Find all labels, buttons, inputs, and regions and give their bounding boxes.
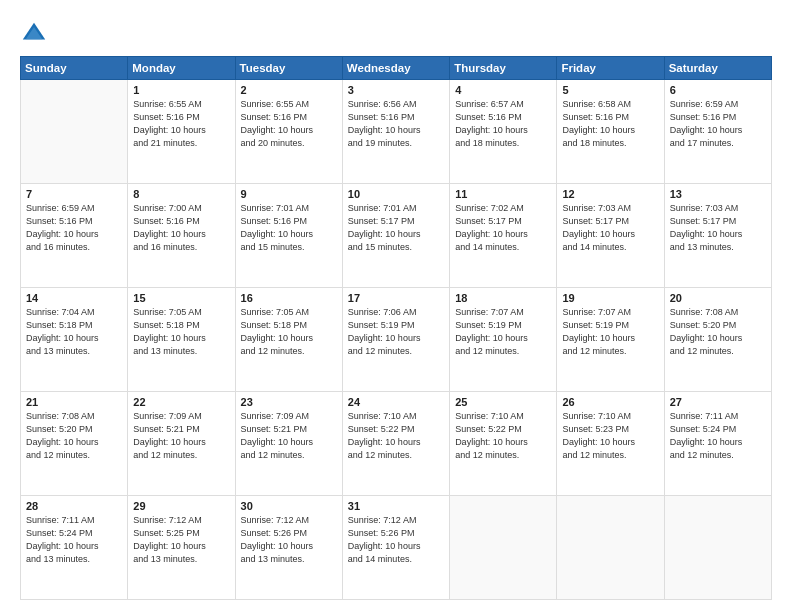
day-number: 28 (26, 500, 122, 512)
calendar-cell: 19Sunrise: 7:07 AMSunset: 5:19 PMDayligh… (557, 288, 664, 392)
calendar-cell: 7Sunrise: 6:59 AMSunset: 5:16 PMDaylight… (21, 184, 128, 288)
calendar-cell (450, 496, 557, 600)
calendar-week-3: 14Sunrise: 7:04 AMSunset: 5:18 PMDayligh… (21, 288, 772, 392)
calendar-table: SundayMondayTuesdayWednesdayThursdayFrid… (20, 56, 772, 600)
calendar-cell: 21Sunrise: 7:08 AMSunset: 5:20 PMDayligh… (21, 392, 128, 496)
day-info: Sunrise: 7:11 AMSunset: 5:24 PMDaylight:… (670, 410, 766, 462)
calendar-header-monday: Monday (128, 57, 235, 80)
day-info: Sunrise: 7:10 AMSunset: 5:23 PMDaylight:… (562, 410, 658, 462)
day-number: 9 (241, 188, 337, 200)
day-info: Sunrise: 6:57 AMSunset: 5:16 PMDaylight:… (455, 98, 551, 150)
calendar-header-friday: Friday (557, 57, 664, 80)
day-info: Sunrise: 6:55 AMSunset: 5:16 PMDaylight:… (241, 98, 337, 150)
day-info: Sunrise: 7:01 AMSunset: 5:16 PMDaylight:… (241, 202, 337, 254)
day-number: 8 (133, 188, 229, 200)
day-info: Sunrise: 7:03 AMSunset: 5:17 PMDaylight:… (670, 202, 766, 254)
day-info: Sunrise: 7:10 AMSunset: 5:22 PMDaylight:… (455, 410, 551, 462)
calendar-cell: 10Sunrise: 7:01 AMSunset: 5:17 PMDayligh… (342, 184, 449, 288)
day-info: Sunrise: 7:10 AMSunset: 5:22 PMDaylight:… (348, 410, 444, 462)
day-number: 29 (133, 500, 229, 512)
calendar-week-5: 28Sunrise: 7:11 AMSunset: 5:24 PMDayligh… (21, 496, 772, 600)
calendar-header-thursday: Thursday (450, 57, 557, 80)
day-number: 20 (670, 292, 766, 304)
day-info: Sunrise: 7:08 AMSunset: 5:20 PMDaylight:… (670, 306, 766, 358)
day-info: Sunrise: 6:55 AMSunset: 5:16 PMDaylight:… (133, 98, 229, 150)
calendar-cell: 25Sunrise: 7:10 AMSunset: 5:22 PMDayligh… (450, 392, 557, 496)
calendar-cell: 4Sunrise: 6:57 AMSunset: 5:16 PMDaylight… (450, 80, 557, 184)
calendar-cell: 3Sunrise: 6:56 AMSunset: 5:16 PMDaylight… (342, 80, 449, 184)
calendar-cell: 17Sunrise: 7:06 AMSunset: 5:19 PMDayligh… (342, 288, 449, 392)
day-number: 2 (241, 84, 337, 96)
calendar-week-2: 7Sunrise: 6:59 AMSunset: 5:16 PMDaylight… (21, 184, 772, 288)
day-number: 12 (562, 188, 658, 200)
day-info: Sunrise: 7:01 AMSunset: 5:17 PMDaylight:… (348, 202, 444, 254)
logo-icon (20, 20, 48, 48)
day-number: 4 (455, 84, 551, 96)
calendar-cell: 11Sunrise: 7:02 AMSunset: 5:17 PMDayligh… (450, 184, 557, 288)
day-number: 13 (670, 188, 766, 200)
calendar-cell: 18Sunrise: 7:07 AMSunset: 5:19 PMDayligh… (450, 288, 557, 392)
calendar-header-wednesday: Wednesday (342, 57, 449, 80)
day-number: 25 (455, 396, 551, 408)
day-number: 30 (241, 500, 337, 512)
calendar-header-tuesday: Tuesday (235, 57, 342, 80)
calendar-cell: 24Sunrise: 7:10 AMSunset: 5:22 PMDayligh… (342, 392, 449, 496)
calendar-header-saturday: Saturday (664, 57, 771, 80)
day-number: 21 (26, 396, 122, 408)
calendar-header-sunday: Sunday (21, 57, 128, 80)
day-number: 23 (241, 396, 337, 408)
page-header (20, 16, 772, 48)
day-info: Sunrise: 7:12 AMSunset: 5:26 PMDaylight:… (348, 514, 444, 566)
day-info: Sunrise: 7:03 AMSunset: 5:17 PMDaylight:… (562, 202, 658, 254)
calendar-cell: 28Sunrise: 7:11 AMSunset: 5:24 PMDayligh… (21, 496, 128, 600)
day-number: 15 (133, 292, 229, 304)
day-info: Sunrise: 7:07 AMSunset: 5:19 PMDaylight:… (455, 306, 551, 358)
calendar-header-row: SundayMondayTuesdayWednesdayThursdayFrid… (21, 57, 772, 80)
day-number: 7 (26, 188, 122, 200)
day-info: Sunrise: 7:04 AMSunset: 5:18 PMDaylight:… (26, 306, 122, 358)
day-info: Sunrise: 7:12 AMSunset: 5:25 PMDaylight:… (133, 514, 229, 566)
day-info: Sunrise: 6:59 AMSunset: 5:16 PMDaylight:… (670, 98, 766, 150)
calendar-cell: 16Sunrise: 7:05 AMSunset: 5:18 PMDayligh… (235, 288, 342, 392)
day-number: 17 (348, 292, 444, 304)
calendar-cell: 6Sunrise: 6:59 AMSunset: 5:16 PMDaylight… (664, 80, 771, 184)
day-info: Sunrise: 7:02 AMSunset: 5:17 PMDaylight:… (455, 202, 551, 254)
day-info: Sunrise: 6:56 AMSunset: 5:16 PMDaylight:… (348, 98, 444, 150)
day-number: 5 (562, 84, 658, 96)
day-info: Sunrise: 7:07 AMSunset: 5:19 PMDaylight:… (562, 306, 658, 358)
calendar-cell: 29Sunrise: 7:12 AMSunset: 5:25 PMDayligh… (128, 496, 235, 600)
calendar-cell: 2Sunrise: 6:55 AMSunset: 5:16 PMDaylight… (235, 80, 342, 184)
calendar-cell: 31Sunrise: 7:12 AMSunset: 5:26 PMDayligh… (342, 496, 449, 600)
calendar-cell: 30Sunrise: 7:12 AMSunset: 5:26 PMDayligh… (235, 496, 342, 600)
day-number: 6 (670, 84, 766, 96)
day-info: Sunrise: 7:11 AMSunset: 5:24 PMDaylight:… (26, 514, 122, 566)
calendar-cell: 26Sunrise: 7:10 AMSunset: 5:23 PMDayligh… (557, 392, 664, 496)
calendar-cell (21, 80, 128, 184)
day-info: Sunrise: 7:05 AMSunset: 5:18 PMDaylight:… (133, 306, 229, 358)
calendar-week-4: 21Sunrise: 7:08 AMSunset: 5:20 PMDayligh… (21, 392, 772, 496)
day-number: 16 (241, 292, 337, 304)
calendar-week-1: 1Sunrise: 6:55 AMSunset: 5:16 PMDaylight… (21, 80, 772, 184)
day-number: 19 (562, 292, 658, 304)
day-info: Sunrise: 7:06 AMSunset: 5:19 PMDaylight:… (348, 306, 444, 358)
day-info: Sunrise: 7:12 AMSunset: 5:26 PMDaylight:… (241, 514, 337, 566)
day-number: 22 (133, 396, 229, 408)
day-number: 26 (562, 396, 658, 408)
day-info: Sunrise: 7:05 AMSunset: 5:18 PMDaylight:… (241, 306, 337, 358)
day-number: 27 (670, 396, 766, 408)
day-number: 24 (348, 396, 444, 408)
calendar-cell: 23Sunrise: 7:09 AMSunset: 5:21 PMDayligh… (235, 392, 342, 496)
day-info: Sunrise: 7:08 AMSunset: 5:20 PMDaylight:… (26, 410, 122, 462)
day-number: 11 (455, 188, 551, 200)
day-info: Sunrise: 7:00 AMSunset: 5:16 PMDaylight:… (133, 202, 229, 254)
calendar-cell: 20Sunrise: 7:08 AMSunset: 5:20 PMDayligh… (664, 288, 771, 392)
day-number: 3 (348, 84, 444, 96)
day-info: Sunrise: 7:09 AMSunset: 5:21 PMDaylight:… (133, 410, 229, 462)
calendar-cell (557, 496, 664, 600)
calendar-cell: 15Sunrise: 7:05 AMSunset: 5:18 PMDayligh… (128, 288, 235, 392)
logo (20, 20, 52, 48)
calendar-cell: 9Sunrise: 7:01 AMSunset: 5:16 PMDaylight… (235, 184, 342, 288)
calendar-cell: 13Sunrise: 7:03 AMSunset: 5:17 PMDayligh… (664, 184, 771, 288)
day-info: Sunrise: 6:58 AMSunset: 5:16 PMDaylight:… (562, 98, 658, 150)
day-number: 14 (26, 292, 122, 304)
